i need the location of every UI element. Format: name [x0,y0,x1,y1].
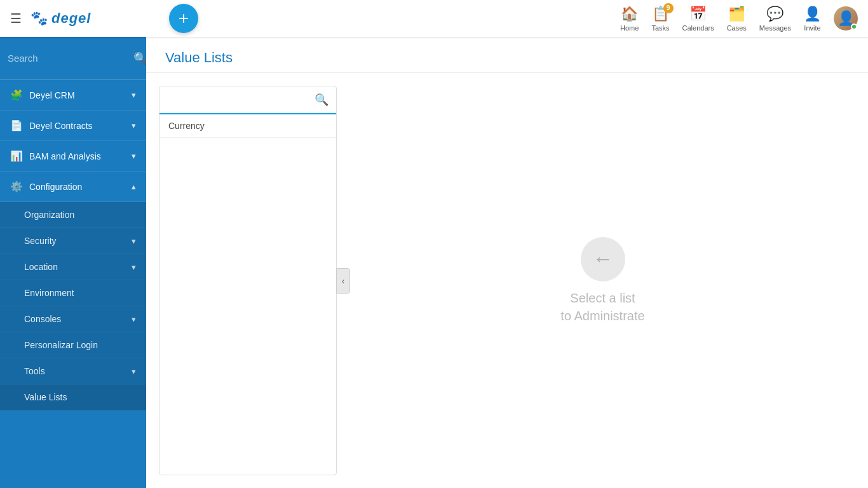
sidebar-item-configuration-label: Configuration [29,182,82,192]
sidebar-search-icon[interactable]: 🔍 [133,51,146,65]
sidebar: 🔍 🧩 Deyel CRM ▾ 📄 Deyel Contracts ▾ 📊 BA… [0,37,146,488]
select-list-text: Select a list to Administrate [560,289,644,325]
cases-label: Cases [727,24,747,32]
value-list-panel: 🔍 Currency [159,86,337,475]
sidebar-item-deyel-crm-left: 🧩 Deyel CRM [10,89,75,101]
right-panel: ← Select a list to Administrate [350,86,855,475]
nav-calendars[interactable]: 📅 Calendars [682,6,714,32]
sidebar-item-bam-left: 📊 BAM and Analysis [10,150,101,162]
sidebar-item-personalizar-login[interactable]: Personalizar Login [0,332,146,358]
consoles-chevron-icon: ▾ [132,315,136,324]
nav-tasks[interactable]: 📋 9 Tasks [651,6,669,32]
consoles-label: Consoles [24,314,61,324]
vl-search-input[interactable] [167,95,315,105]
chevron-left-icon: ‹ [342,276,345,286]
messages-label: Messages [759,24,791,32]
sidebar-item-deyel-contracts-left: 📄 Deyel Contracts [10,119,93,132]
calendars-label: Calendars [682,24,714,32]
sidebar-item-configuration[interactable]: ⚙️ Configuration ▴ [0,172,146,202]
user-avatar[interactable]: 👤 [834,6,858,30]
sidebar-item-deyel-contracts-label: Deyel Contracts [29,121,93,131]
main-layout: 🔍 🧩 Deyel CRM ▾ 📄 Deyel Contracts ▾ 📊 BA… [0,37,868,488]
configuration-chevron-icon: ▴ [132,182,136,191]
topbar-right: 🏠 Home 📋 9 Tasks 📅 Calendars 🗂️ Cases 💬 … [620,6,858,32]
location-label: Location [24,262,58,272]
content-header: Value Lists [146,37,868,73]
tools-chevron-icon: ▾ [132,367,136,376]
deyel-crm-chevron-icon: ▾ [132,90,136,100]
content-body: 🔍 Currency ‹ ← Select a list to Administ… [146,73,868,488]
nav-home[interactable]: 🏠 Home [620,6,639,32]
sidebar-item-organization[interactable]: Organization [0,202,146,228]
value-lists-label: Value Lists [24,392,67,402]
deyel-contracts-chevron-icon: ▾ [132,121,136,130]
add-button[interactable]: + [169,4,198,33]
nav-messages[interactable]: 💬 Messages [759,6,791,32]
deyel-contracts-icon: 📄 [10,119,23,132]
cases-icon: 🗂️ [728,6,745,22]
sidebar-item-consoles[interactable]: Consoles ▾ [0,306,146,332]
bam-chevron-icon: ▾ [132,151,136,161]
home-icon: 🏠 [621,6,638,22]
online-indicator [851,24,857,30]
logo-area: 🐾 degel [31,10,91,27]
sidebar-search-bar: 🔍 [0,37,146,80]
sidebar-item-bam-analysis[interactable]: 📊 BAM and Analysis ▾ [0,141,146,172]
security-chevron-icon: ▾ [132,236,136,246]
invite-icon: 👤 [804,6,821,22]
invite-label: Invite [804,24,820,32]
logo-text: degel [51,10,91,27]
arrow-left-icon: ← [593,247,613,271]
configuration-icon: ⚙️ [10,180,23,193]
logo-icon: 🐾 [31,10,48,27]
sidebar-item-config-left: ⚙️ Configuration [10,180,82,193]
collapse-toggle[interactable]: ‹ [336,268,350,294]
bam-icon: 📊 [10,150,23,162]
sidebar-item-deyel-crm-label: Deyel CRM [29,90,75,100]
vl-item-currency[interactable]: Currency [159,114,336,138]
search-input[interactable] [8,53,128,64]
home-label: Home [620,24,639,32]
sidebar-item-location[interactable]: Location ▾ [0,254,146,280]
sidebar-item-deyel-crm[interactable]: 🧩 Deyel CRM ▾ [0,80,146,111]
sidebar-item-bam-label: BAM and Analysis [29,151,101,161]
hamburger-menu-icon[interactable]: ☰ [10,11,22,26]
topbar-left: ☰ 🐾 degel [10,10,156,27]
messages-icon: 💬 [766,6,783,22]
vl-search-bar: 🔍 [159,86,336,114]
organization-label: Organization [24,210,74,220]
personalizar-login-label: Personalizar Login [24,340,98,350]
vl-search-icon[interactable]: 🔍 [315,93,329,107]
nav-invite[interactable]: 👤 Invite [804,6,821,32]
nav-cases[interactable]: 🗂️ Cases [727,6,747,32]
sidebar-item-value-lists[interactable]: Value Lists [0,384,146,410]
topbar-center: + [156,4,620,33]
sidebar-item-environment[interactable]: Environment [0,280,146,306]
calendars-icon: 📅 [689,6,707,22]
environment-label: Environment [24,288,74,298]
select-list-icon: ← [581,237,625,281]
security-label: Security [24,236,57,246]
tasks-badge: 9 [663,3,674,13]
deyel-crm-icon: 🧩 [10,89,23,101]
topbar: ☰ 🐾 degel + 🏠 Home 📋 9 Tasks 📅 Calendars… [0,0,868,37]
page-title: Value Lists [165,50,849,66]
tasks-label: Tasks [651,24,669,32]
location-chevron-icon: ▾ [132,262,136,272]
tools-label: Tools [24,366,45,376]
sidebar-item-deyel-contracts[interactable]: 📄 Deyel Contracts ▾ [0,111,146,141]
sidebar-item-security[interactable]: Security ▾ [0,228,146,254]
content-area: Value Lists 🔍 Currency ‹ ← S [146,37,868,488]
sidebar-item-tools[interactable]: Tools ▾ [0,358,146,384]
